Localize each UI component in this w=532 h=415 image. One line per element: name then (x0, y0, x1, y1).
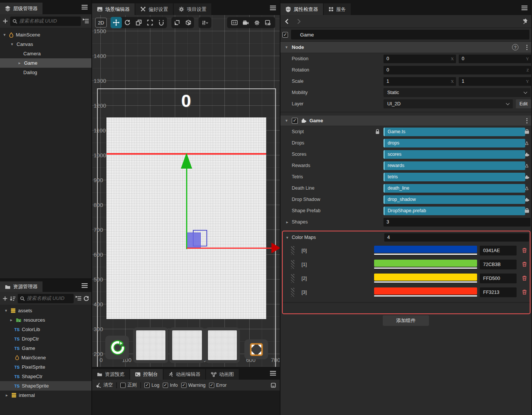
hierarchy-search-input[interactable] (19, 18, 79, 24)
tab-scene-editor[interactable]: 场景编辑器 (92, 3, 135, 15)
next-shape-preview-2[interactable] (169, 327, 205, 363)
checkbox-unchecked-icon[interactable] (120, 383, 126, 388)
checkbox-checked-icon[interactable]: ✓ (163, 383, 168, 388)
position-x-input[interactable]: 0X (383, 55, 456, 63)
rotation-z-input[interactable]: 0Z (383, 66, 531, 74)
anchor-tool-button[interactable] (156, 17, 167, 28)
error-filter-checkbox[interactable]: ✓ Error (209, 383, 227, 388)
chevron-down-icon[interactable]: ▾ (10, 42, 14, 47)
filter-list-icon[interactable] (76, 296, 82, 301)
back-icon[interactable] (285, 19, 289, 24)
forward-icon[interactable] (297, 19, 301, 24)
asset-box-icon[interactable] (524, 129, 530, 134)
log-file-icon[interactable] (271, 383, 276, 388)
drag-handle-icon[interactable] (291, 288, 294, 297)
asset-box-icon[interactable] (524, 208, 530, 213)
drag-handle-icon[interactable] (291, 246, 294, 255)
color-swatch-control[interactable] (374, 246, 477, 255)
tab-animation-graph[interactable]: 动画图 (206, 369, 239, 380)
create-node-icon[interactable] (2, 18, 8, 24)
add-component-button[interactable]: 添加组件 (383, 315, 429, 326)
gizmo-settings-button[interactable] (199, 17, 211, 28)
collapse-all-icon[interactable] (83, 18, 89, 24)
drops-node-field[interactable]: drops (383, 139, 525, 147)
log-filter-checkbox[interactable]: ✓ Log (144, 383, 159, 388)
node-ref-icon[interactable]: Δ (524, 185, 530, 191)
aspect-ratio-button[interactable] (229, 17, 240, 28)
chevron-right-icon[interactable]: ▸ (5, 393, 9, 398)
asset-item-game[interactable]: TS Game (0, 344, 91, 353)
hierarchy-item-dailog[interactable]: Dailog (0, 68, 91, 77)
grid-settings-button[interactable] (262, 17, 274, 28)
checkbox-checked-icon[interactable]: ✓ (181, 383, 186, 388)
sort-icon[interactable] (10, 296, 16, 301)
assets-menu-icon[interactable] (81, 282, 88, 289)
tab-project-settings[interactable]: 项目设置 (174, 3, 211, 15)
color-swatch-control[interactable] (374, 260, 477, 269)
node-section-header[interactable]: ▾ Node ? (280, 42, 531, 53)
asset-item-internal[interactable]: ▸ internal (0, 391, 91, 400)
color-swatch[interactable] (374, 246, 477, 253)
component-puzzle-icon[interactable] (524, 197, 530, 202)
drag-handle-icon[interactable] (291, 260, 294, 269)
gizmo-x-axis[interactable] (187, 248, 272, 249)
gizmo-y-axis[interactable] (186, 160, 187, 249)
next-shape-preview-1[interactable] (133, 327, 168, 363)
node-ref-icon[interactable]: Δ (524, 163, 530, 169)
clear-console-button[interactable]: 清空 (96, 382, 113, 388)
inspector-menu-icon[interactable] (521, 5, 528, 11)
gizmo-y-arrowhead[interactable] (181, 153, 192, 169)
assets-search[interactable] (18, 294, 74, 303)
tab-animation-editor[interactable]: 动画编辑器 (164, 369, 205, 380)
gizmo-x-arrowhead[interactable] (271, 243, 280, 253)
help-icon[interactable]: ? (512, 44, 518, 50)
hierarchy-search[interactable] (10, 17, 81, 26)
asset-item-shapectr[interactable]: TS ShapeCtr (0, 372, 91, 381)
warning-filter-checkbox[interactable]: ✓ Warning (181, 383, 206, 388)
move-tool-button[interactable] (111, 17, 122, 28)
tab-preferences[interactable]: 偏好设置 (135, 3, 173, 15)
rotate-tool-button[interactable] (122, 17, 133, 28)
checkbox-checked-icon[interactable]: ✓ (144, 383, 150, 388)
tab-assets[interactable]: 资源管理器 (0, 281, 42, 292)
tetris-component-field[interactable]: tetris (383, 173, 525, 181)
game-kebab-icon[interactable] (526, 118, 527, 123)
tab-hierarchy[interactable]: 层级管理器 (0, 3, 42, 14)
hierarchy-item-canvas[interactable]: ▾ Canvas (0, 40, 91, 49)
asset-item-colorlib[interactable]: TS ColorLib (0, 325, 91, 334)
shape-prefab-field[interactable]: DropShape.prefab (383, 207, 525, 215)
asset-item-resources[interactable]: ▸ b resources (0, 315, 91, 325)
rotate-shape-button[interactable] (105, 336, 129, 359)
scale-tool-button[interactable] (133, 17, 144, 28)
shape-block[interactable] (186, 233, 201, 248)
regex-filter-checkbox[interactable]: 正则 (120, 382, 137, 388)
chevron-right-icon[interactable]: ▸ (17, 61, 22, 65)
asset-item-mainscene[interactable]: MainScene (0, 353, 91, 362)
trash-icon[interactable] (522, 248, 527, 253)
color-hex-input[interactable]: FFD500 (480, 274, 517, 283)
tab-inspector[interactable]: 属性检查器 (280, 3, 323, 15)
scene-viewport[interactable]: 0 2D (92, 15, 280, 367)
death-line-node-field[interactable]: death_line (383, 184, 525, 193)
refresh-icon[interactable] (83, 296, 89, 301)
trash-icon[interactable] (522, 289, 527, 295)
mode-2d-button[interactable]: 2D (95, 18, 107, 27)
chevron-down-icon[interactable]: ▾ (2, 32, 7, 37)
pin-icon[interactable] (522, 18, 527, 24)
asset-item-dropctr[interactable]: TS DropCtr (0, 334, 91, 344)
node-name-input[interactable]: Game (291, 30, 529, 40)
create-asset-icon[interactable] (2, 296, 8, 301)
tab-asset-preview[interactable]: 资源预览 (92, 369, 129, 380)
hierarchy-item-mainscene[interactable]: ▾ MainScene (0, 30, 91, 40)
chevron-down-icon[interactable]: ▾ (285, 235, 289, 240)
asset-item-assets[interactable]: ▾ assets (0, 306, 91, 315)
game-component-header[interactable]: ▾ ✓ Game (280, 116, 531, 126)
checkbox-checked-icon[interactable]: ✓ (209, 383, 214, 388)
chevron-down-icon[interactable]: ▾ (284, 45, 289, 50)
hierarchy-item-camera[interactable]: Camera (0, 49, 91, 58)
drag-handle-icon[interactable] (291, 274, 294, 283)
mobility-select[interactable]: Static (383, 88, 530, 97)
position-y-input[interactable]: 0Y (459, 55, 531, 63)
info-filter-checkbox[interactable]: ✓ Info (163, 383, 178, 388)
node-ref-icon[interactable]: Δ (524, 140, 530, 146)
